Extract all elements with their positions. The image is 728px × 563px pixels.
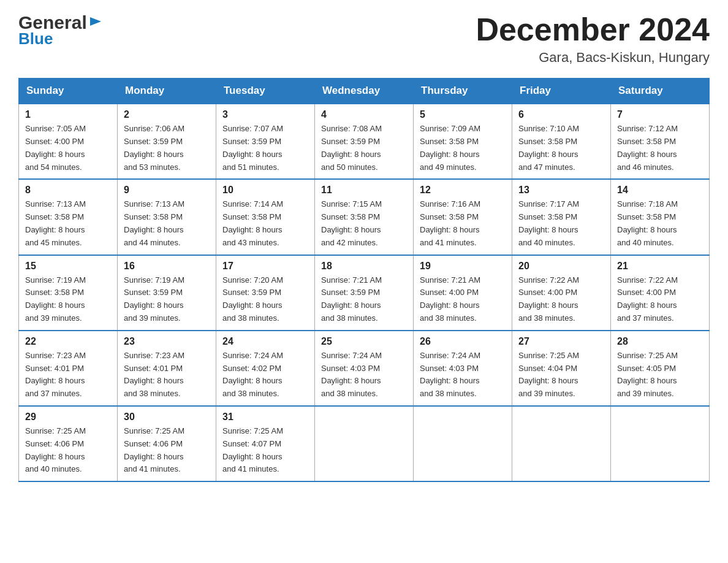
title-area: December 2024 Gara, Bacs-Kiskun, Hungary — [476, 12, 710, 66]
day-number: 25 — [321, 336, 407, 347]
logo-blue-text: Blue — [18, 29, 53, 48]
table-row: 31 Sunrise: 7:25 AM Sunset: 4:07 PM Dayl… — [216, 406, 315, 481]
calendar-week-row: 8 Sunrise: 7:13 AM Sunset: 3:58 PM Dayli… — [19, 179, 710, 255]
table-row: 14 Sunrise: 7:18 AM Sunset: 3:58 PM Dayl… — [611, 179, 710, 255]
table-row: 4 Sunrise: 7:08 AM Sunset: 3:59 PM Dayli… — [315, 104, 414, 179]
day-info: Sunrise: 7:05 AM Sunset: 4:00 PM Dayligh… — [25, 123, 111, 174]
table-row: 8 Sunrise: 7:13 AM Sunset: 3:58 PM Dayli… — [19, 179, 118, 255]
day-info: Sunrise: 7:23 AM Sunset: 4:01 PM Dayligh… — [124, 350, 210, 400]
table-row: 18 Sunrise: 7:21 AM Sunset: 3:59 PM Dayl… — [315, 255, 414, 331]
day-number: 24 — [222, 336, 308, 347]
table-row: 19 Sunrise: 7:21 AM Sunset: 4:00 PM Dayl… — [414, 255, 512, 331]
day-number: 9 — [124, 185, 210, 196]
day-number: 15 — [25, 261, 111, 272]
day-info: Sunrise: 7:12 AM Sunset: 3:58 PM Dayligh… — [617, 123, 703, 174]
day-info: Sunrise: 7:14 AM Sunset: 3:58 PM Dayligh… — [222, 198, 308, 249]
month-title: December 2024 — [476, 12, 710, 47]
calendar-week-row: 1 Sunrise: 7:05 AM Sunset: 4:00 PM Dayli… — [19, 104, 710, 179]
day-info: Sunrise: 7:22 AM Sunset: 4:00 PM Dayligh… — [518, 274, 604, 325]
day-number: 31 — [222, 412, 308, 423]
table-row — [315, 406, 414, 481]
svg-marker-0 — [90, 17, 101, 26]
table-row: 27 Sunrise: 7:25 AM Sunset: 4:04 PM Dayl… — [512, 331, 611, 406]
table-row: 17 Sunrise: 7:20 AM Sunset: 3:59 PM Dayl… — [216, 255, 315, 331]
day-number: 21 — [617, 261, 703, 272]
day-info: Sunrise: 7:06 AM Sunset: 3:59 PM Dayligh… — [124, 123, 210, 174]
day-info: Sunrise: 7:25 AM Sunset: 4:06 PM Dayligh… — [124, 425, 210, 476]
calendar-table: Sunday Monday Tuesday Wednesday Thursday… — [18, 78, 710, 482]
table-row — [611, 406, 710, 481]
calendar-header-row: Sunday Monday Tuesday Wednesday Thursday… — [19, 79, 710, 104]
calendar-week-row: 15 Sunrise: 7:19 AM Sunset: 3:58 PM Dayl… — [19, 255, 710, 331]
day-info: Sunrise: 7:24 AM Sunset: 4:03 PM Dayligh… — [321, 350, 407, 400]
day-number: 27 — [518, 336, 604, 347]
table-row: 29 Sunrise: 7:25 AM Sunset: 4:06 PM Dayl… — [19, 406, 118, 481]
day-info: Sunrise: 7:21 AM Sunset: 3:59 PM Dayligh… — [321, 274, 407, 325]
table-row: 23 Sunrise: 7:23 AM Sunset: 4:01 PM Dayl… — [118, 331, 216, 406]
table-row: 15 Sunrise: 7:19 AM Sunset: 3:58 PM Dayl… — [19, 255, 118, 331]
day-number: 16 — [124, 261, 210, 272]
table-row: 30 Sunrise: 7:25 AM Sunset: 4:06 PM Dayl… — [118, 406, 216, 481]
day-number: 11 — [321, 185, 407, 196]
day-info: Sunrise: 7:20 AM Sunset: 3:59 PM Dayligh… — [222, 274, 308, 325]
day-info: Sunrise: 7:10 AM Sunset: 3:58 PM Dayligh… — [518, 123, 604, 174]
day-info: Sunrise: 7:24 AM Sunset: 4:03 PM Dayligh… — [420, 350, 506, 400]
table-row: 16 Sunrise: 7:19 AM Sunset: 3:59 PM Dayl… — [118, 255, 216, 331]
day-number: 18 — [321, 261, 407, 272]
table-row: 12 Sunrise: 7:16 AM Sunset: 3:58 PM Dayl… — [414, 179, 512, 255]
day-number: 3 — [222, 109, 308, 120]
day-number: 4 — [321, 109, 407, 120]
table-row: 21 Sunrise: 7:22 AM Sunset: 4:00 PM Dayl… — [611, 255, 710, 331]
day-info: Sunrise: 7:07 AM Sunset: 3:59 PM Dayligh… — [222, 123, 308, 174]
day-number: 1 — [25, 109, 111, 120]
col-saturday: Saturday — [611, 79, 710, 104]
day-info: Sunrise: 7:16 AM Sunset: 3:58 PM Dayligh… — [420, 198, 506, 249]
day-number: 23 — [124, 336, 210, 347]
table-row: 2 Sunrise: 7:06 AM Sunset: 3:59 PM Dayli… — [118, 104, 216, 179]
day-number: 12 — [420, 185, 506, 196]
page-header: General Blue December 2024 Gara, Bacs-Ki… — [18, 12, 710, 66]
day-info: Sunrise: 7:17 AM Sunset: 3:58 PM Dayligh… — [518, 198, 604, 249]
day-number: 2 — [124, 109, 210, 120]
day-info: Sunrise: 7:23 AM Sunset: 4:01 PM Dayligh… — [25, 350, 111, 400]
col-sunday: Sunday — [19, 79, 118, 104]
day-number: 19 — [420, 261, 506, 272]
day-info: Sunrise: 7:21 AM Sunset: 4:00 PM Dayligh… — [420, 274, 506, 325]
table-row: 6 Sunrise: 7:10 AM Sunset: 3:58 PM Dayli… — [512, 104, 611, 179]
table-row: 28 Sunrise: 7:25 AM Sunset: 4:05 PM Dayl… — [611, 331, 710, 406]
table-row: 10 Sunrise: 7:14 AM Sunset: 3:58 PM Dayl… — [216, 179, 315, 255]
day-number: 22 — [25, 336, 111, 347]
location-subtitle: Gara, Bacs-Kiskun, Hungary — [476, 50, 710, 66]
day-info: Sunrise: 7:22 AM Sunset: 4:00 PM Dayligh… — [617, 274, 703, 325]
day-number: 17 — [222, 261, 308, 272]
table-row: 20 Sunrise: 7:22 AM Sunset: 4:00 PM Dayl… — [512, 255, 611, 331]
day-number: 20 — [518, 261, 604, 272]
day-info: Sunrise: 7:19 AM Sunset: 3:58 PM Dayligh… — [25, 274, 111, 325]
day-number: 29 — [25, 412, 111, 423]
table-row: 7 Sunrise: 7:12 AM Sunset: 3:58 PM Dayli… — [611, 104, 710, 179]
table-row: 3 Sunrise: 7:07 AM Sunset: 3:59 PM Dayli… — [216, 104, 315, 179]
day-info: Sunrise: 7:19 AM Sunset: 3:59 PM Dayligh… — [124, 274, 210, 325]
logo-arrow-icon — [89, 15, 102, 28]
table-row: 11 Sunrise: 7:15 AM Sunset: 3:58 PM Dayl… — [315, 179, 414, 255]
col-wednesday: Wednesday — [315, 79, 414, 104]
day-number: 26 — [420, 336, 506, 347]
col-thursday: Thursday — [414, 79, 512, 104]
table-row: 24 Sunrise: 7:24 AM Sunset: 4:02 PM Dayl… — [216, 331, 315, 406]
day-info: Sunrise: 7:15 AM Sunset: 3:58 PM Dayligh… — [321, 198, 407, 249]
day-info: Sunrise: 7:25 AM Sunset: 4:06 PM Dayligh… — [25, 425, 111, 476]
logo: General Blue — [18, 12, 102, 48]
day-number: 28 — [617, 336, 703, 347]
day-info: Sunrise: 7:13 AM Sunset: 3:58 PM Dayligh… — [25, 198, 111, 249]
table-row: 5 Sunrise: 7:09 AM Sunset: 3:58 PM Dayli… — [414, 104, 512, 179]
table-row — [512, 406, 611, 481]
day-info: Sunrise: 7:25 AM Sunset: 4:05 PM Dayligh… — [617, 350, 703, 400]
day-info: Sunrise: 7:25 AM Sunset: 4:04 PM Dayligh… — [518, 350, 604, 400]
day-info: Sunrise: 7:24 AM Sunset: 4:02 PM Dayligh… — [222, 350, 308, 400]
table-row: 9 Sunrise: 7:13 AM Sunset: 3:58 PM Dayli… — [118, 179, 216, 255]
calendar-week-row: 22 Sunrise: 7:23 AM Sunset: 4:01 PM Dayl… — [19, 331, 710, 406]
day-number: 5 — [420, 109, 506, 120]
day-number: 10 — [222, 185, 308, 196]
day-info: Sunrise: 7:18 AM Sunset: 3:58 PM Dayligh… — [617, 198, 703, 249]
day-info: Sunrise: 7:08 AM Sunset: 3:59 PM Dayligh… — [321, 123, 407, 174]
